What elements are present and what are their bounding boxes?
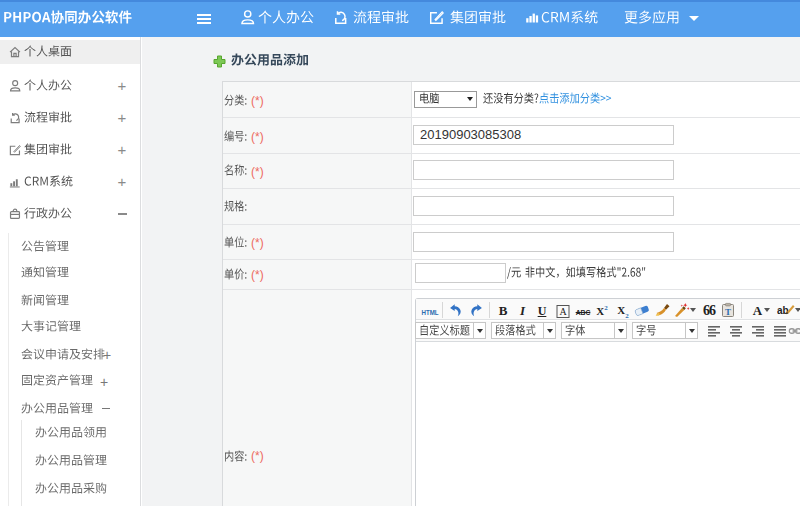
svg-text:T: T bbox=[725, 307, 731, 317]
svg-text:ab: ab bbox=[777, 305, 789, 316]
